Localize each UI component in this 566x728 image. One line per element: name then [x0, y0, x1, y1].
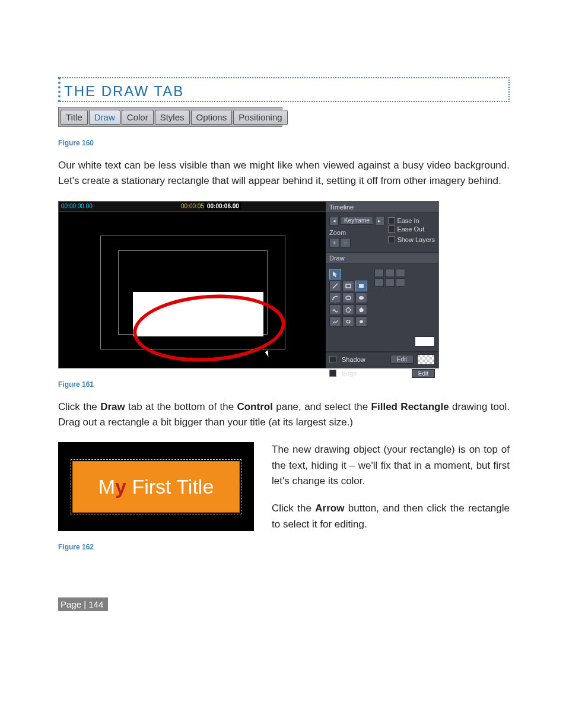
zoom-label: Zoom	[329, 229, 384, 236]
paragraph-4: Click the Arrow button, and then click t…	[272, 501, 510, 532]
figure-160-caption: Figure 160	[58, 139, 510, 147]
canvas-stage[interactable]	[59, 212, 326, 368]
control-panel: Timeline ◂ Keyframe ▸ Zoom + −	[326, 202, 438, 368]
figure-162: My First Title	[58, 442, 254, 531]
align-left[interactable]	[374, 269, 384, 277]
color-swatch[interactable]	[415, 336, 435, 346]
tab-color[interactable]: Color	[122, 110, 154, 125]
svg-point-4	[359, 296, 364, 300]
filled-polygon-tool[interactable]	[355, 304, 367, 315]
svg-marker-6	[359, 307, 364, 312]
keyframe-prev-button[interactable]: ◂	[329, 216, 339, 225]
cursor-icon	[265, 350, 272, 357]
spline-tool[interactable]	[329, 316, 341, 327]
ruler-mid-timecode: 00:00:05	[181, 203, 204, 209]
edge-label: Edge	[342, 370, 408, 377]
tab-title[interactable]: Title	[61, 110, 88, 125]
timeline-ruler[interactable]: 00:00:00.00 00:00:05 00:00:06.00	[59, 202, 326, 212]
align-top[interactable]	[396, 278, 405, 287]
ease-in-label: Ease In	[397, 217, 419, 224]
timeline-panel-header: Timeline	[326, 202, 438, 213]
tab-positioning[interactable]: Positioning	[233, 110, 287, 125]
figure-161: 00:00:00.00 00:00:05 00:00:06.00 Timelin…	[58, 201, 439, 368]
edge-edit-button[interactable]: Edit	[412, 369, 435, 378]
svg-rect-2	[359, 284, 364, 288]
filled-spline-tool[interactable]	[355, 316, 367, 327]
polygon-tool[interactable]	[342, 304, 354, 315]
tab-draw[interactable]: Draw	[89, 110, 120, 125]
shadow-label: Shadow	[342, 356, 387, 363]
tab-styles[interactable]: Styles	[155, 110, 190, 125]
ease-in-checkbox[interactable]	[388, 217, 395, 224]
keyframe-next-button[interactable]: ▸	[375, 216, 384, 225]
paragraph-1: Our white text can be less visible than …	[58, 158, 510, 189]
arrow-tool[interactable]	[329, 269, 341, 279]
paragraph-2: Click the Draw tab at the bottom of the …	[58, 399, 510, 431]
rectangle-tool[interactable]	[342, 281, 354, 291]
zoom-out-button[interactable]: −	[340, 238, 351, 247]
ruler-start-timecode: 00:00:00.00	[61, 203, 93, 209]
draw-tool-grid	[329, 269, 367, 327]
page-number: Page | 144	[58, 597, 108, 611]
shadow-checkbox[interactable]	[329, 356, 336, 363]
ellipse-tool[interactable]	[342, 293, 354, 303]
arc-tool[interactable]	[329, 293, 341, 303]
zoom-in-button[interactable]: +	[329, 238, 340, 247]
canvas-area: 00:00:00.00 00:00:05 00:00:06.00	[59, 202, 326, 368]
filled-rectangle-tool[interactable]	[355, 281, 367, 291]
align-right[interactable]	[396, 269, 405, 277]
svg-rect-1	[346, 284, 351, 288]
freehand-tool[interactable]	[329, 304, 341, 315]
shadow-swatch[interactable]	[417, 354, 435, 365]
closed-spline-tool[interactable]	[342, 316, 354, 327]
figure-162-caption: Figure 162	[58, 543, 254, 551]
tab-options[interactable]: Options	[191, 110, 233, 125]
section-heading-text: THE DRAW TAB	[64, 83, 184, 99]
show-layers-checkbox[interactable]	[388, 236, 395, 243]
ease-out-label: Ease Out	[397, 225, 424, 233]
selection-marquee	[71, 459, 241, 514]
filled-ellipse-tool[interactable]	[355, 293, 367, 303]
paragraph-3: The new drawing object (your rectangle) …	[272, 442, 510, 489]
align-hcenter[interactable]	[385, 269, 395, 277]
show-layers-label: Show Layers	[397, 236, 435, 243]
svg-marker-5	[346, 307, 351, 312]
ruler-end-timecode: 00:00:06.00	[205, 203, 241, 209]
align-bottom[interactable]	[374, 278, 384, 287]
svg-point-3	[346, 296, 351, 300]
figure-160-tabstrip: Title Draw Color Styles Options Position…	[58, 107, 282, 127]
edge-checkbox[interactable]	[329, 370, 336, 377]
align-grid	[374, 269, 405, 287]
figure-161-caption: Figure 161	[58, 380, 510, 389]
keyframe-label[interactable]: Keyframe	[341, 216, 373, 225]
section-heading: THE DRAW TAB	[58, 77, 510, 102]
align-vcenter[interactable]	[385, 278, 395, 287]
draw-panel-header: Draw	[326, 253, 438, 264]
svg-line-0	[333, 284, 338, 288]
ease-out-checkbox[interactable]	[388, 225, 395, 233]
shadow-edit-button[interactable]: Edit	[390, 355, 414, 364]
line-tool[interactable]	[329, 281, 341, 291]
